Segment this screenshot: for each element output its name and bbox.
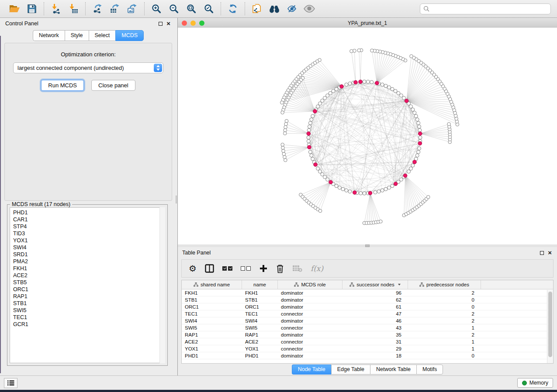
table-row[interactable]: ACE2ACE2connector311 — [182, 338, 553, 345]
graph-leaf-node[interactable] — [282, 149, 285, 153]
tab-node-table[interactable]: Node Table — [292, 364, 331, 375]
graph-node[interactable] — [384, 84, 387, 88]
graph-leaf-node[interactable] — [284, 158, 287, 162]
graph-node[interactable] — [394, 89, 397, 93]
tab-style[interactable]: Style — [65, 30, 89, 41]
graph-node[interactable] — [387, 86, 391, 89]
mcds-graph-node[interactable] — [418, 132, 422, 136]
graph-node[interactable] — [377, 190, 381, 193]
tab-network-table[interactable]: Network Table — [370, 364, 416, 375]
graph-node[interactable] — [307, 136, 310, 139]
graph-node[interactable] — [326, 178, 329, 181]
mcds-graph-node[interactable] — [329, 180, 333, 184]
mcds-graph-node[interactable] — [418, 141, 422, 145]
graph-node[interactable] — [417, 150, 420, 154]
zoom-selected-icon[interactable] — [202, 2, 215, 15]
mcds-result-item[interactable]: STP4 — [13, 223, 165, 230]
search-input[interactable] — [431, 5, 547, 12]
table-row[interactable]: RAP1RAP1dominator352 — [182, 331, 553, 338]
mcds-graph-node[interactable] — [403, 174, 407, 178]
zoom-fit-icon[interactable] — [185, 2, 198, 15]
show-columns-icon[interactable] — [205, 264, 214, 273]
memory-button[interactable]: Memory — [517, 378, 553, 388]
node-table-body[interactable]: FKH1FKH1dominator962STB1STB1dominator620… — [182, 289, 553, 363]
mcds-graph-node[interactable] — [413, 160, 417, 164]
graph-node[interactable] — [418, 128, 422, 132]
graph-node[interactable] — [318, 102, 322, 105]
add-column-icon[interactable] — [259, 264, 268, 273]
float-panel-icon[interactable] — [540, 251, 544, 255]
graph-leaf-node[interactable] — [379, 220, 383, 224]
scrollbar-thumb[interactable] — [548, 292, 552, 357]
graph-node[interactable] — [311, 114, 315, 118]
splitter-handle[interactable] — [176, 196, 177, 203]
mcds-result-item[interactable]: CAR1 — [13, 216, 165, 223]
horizontal-splitter[interactable] — [178, 244, 557, 247]
hide-graphics-eye-icon[interactable] — [285, 2, 298, 15]
graph-node[interactable] — [384, 187, 387, 191]
graph-node[interactable] — [316, 105, 320, 108]
mcds-result-item[interactable]: RAP1 — [13, 293, 165, 300]
graph-node[interactable] — [415, 118, 419, 121]
tab-mcds[interactable]: MCDS — [115, 30, 144, 41]
mcds-result-item[interactable]: SRD1 — [13, 251, 165, 258]
mcds-graph-node[interactable] — [368, 191, 372, 195]
graph-node[interactable] — [370, 80, 374, 84]
mcds-graph-node[interactable] — [313, 110, 317, 113]
tab-motifs[interactable]: Motifs — [416, 364, 443, 375]
mcds-result-item[interactable]: STB1 — [13, 300, 165, 307]
graph-node[interactable] — [310, 154, 313, 157]
mcds-result-item[interactable]: TEC1 — [13, 314, 165, 321]
mcds-list-scrollbar[interactable] — [159, 207, 165, 363]
import-network-icon[interactable] — [49, 2, 62, 15]
mcds-graph-node[interactable] — [375, 81, 379, 85]
graph-leaf-node[interactable] — [283, 132, 287, 135]
mcds-graph-node[interactable] — [394, 182, 398, 186]
table-row[interactable]: ORC1ORC1dominator610 — [182, 303, 553, 310]
graph-leaf-node[interactable] — [353, 49, 356, 52]
graph-leaf-node[interactable] — [318, 209, 322, 213]
mcds-result-item[interactable]: PMA2 — [13, 258, 165, 265]
deselect-all-icon[interactable] — [241, 266, 251, 271]
graph-node[interactable] — [418, 125, 421, 128]
column-header-name[interactable]: name — [242, 280, 278, 289]
graph-leaf-node[interactable] — [281, 143, 284, 147]
show-graphics-eye-icon[interactable] — [303, 2, 316, 15]
graph-node[interactable] — [348, 190, 352, 193]
mcds-result-item[interactable]: FKH1 — [13, 265, 165, 272]
save-icon[interactable] — [25, 2, 38, 15]
table-row[interactable]: TEC1TEC1connector472 — [182, 310, 553, 317]
graph-node[interactable] — [409, 167, 412, 170]
graph-node[interactable] — [359, 192, 363, 195]
table-row[interactable]: STB1STB1dominator620 — [182, 296, 553, 303]
search-box[interactable] — [420, 3, 551, 14]
run-mcds-button[interactable]: Run MCDS — [41, 80, 84, 91]
column-header-shared-name[interactable]: shared name — [182, 280, 242, 289]
graph-node[interactable] — [391, 184, 394, 188]
graph-leaf-node[interactable] — [281, 146, 285, 150]
graph-leaf-node[interactable] — [285, 119, 288, 123]
import-table-icon[interactable] — [67, 2, 80, 15]
export-network-icon[interactable] — [91, 2, 104, 15]
graph-node[interactable] — [308, 150, 312, 154]
graph-node[interactable] — [345, 189, 348, 192]
graph-leaf-node[interactable] — [357, 49, 361, 52]
mcds-result-item[interactable]: TID3 — [13, 230, 165, 237]
graph-node[interactable] — [366, 80, 370, 83]
graph-node[interactable] — [414, 114, 418, 118]
graph-leaf-node[interactable] — [410, 55, 413, 58]
graph-node[interactable] — [419, 136, 422, 139]
mcds-graph-node[interactable] — [353, 191, 356, 195]
mcds-graph-node[interactable] — [354, 80, 358, 84]
table-row[interactable]: SWI4SWI4dominator462 — [182, 317, 553, 324]
mcds-graph-node[interactable] — [405, 99, 408, 103]
task-history-button[interactable] — [4, 378, 17, 388]
zoom-out-icon[interactable] — [167, 2, 180, 15]
graph-node[interactable] — [409, 105, 412, 108]
graph-node[interactable] — [411, 164, 415, 167]
graph-node[interactable] — [348, 82, 352, 85]
graph-leaf-node[interactable] — [282, 152, 286, 156]
mcds-result-item[interactable]: PHD1 — [13, 209, 165, 216]
mcds-graph-node[interactable] — [314, 163, 318, 167]
column-header-predecessor-nodes[interactable]: predecessor nodes — [408, 280, 481, 289]
